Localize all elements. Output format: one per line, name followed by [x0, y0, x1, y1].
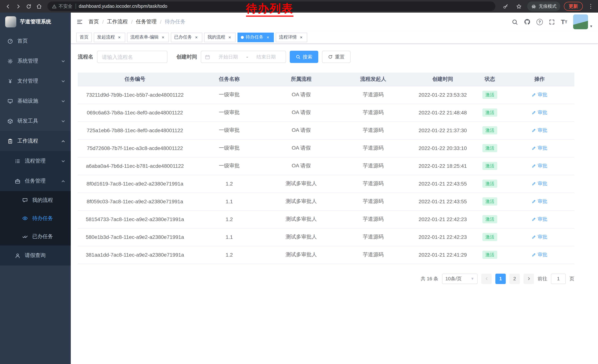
- close-icon[interactable]: ×: [117, 35, 122, 40]
- cell-task-id: a6aba0a4-7b6d-11ec-b781-acde48001122: [78, 157, 192, 175]
- approve-link[interactable]: 审批: [532, 145, 547, 152]
- chevron-down-icon: [61, 159, 66, 163]
- sidebar-item-todo-task[interactable]: 待办任务: [0, 209, 71, 227]
- sidebar-toggle-icon[interactable]: [71, 13, 89, 31]
- user-menu[interactable]: ▼: [573, 15, 593, 29]
- page-button-2[interactable]: 2: [509, 274, 520, 284]
- search-icon[interactable]: [512, 19, 518, 25]
- font-size-icon[interactable]: TT: [561, 19, 567, 25]
- sidebar-item-leave-query[interactable]: 请假查询: [0, 245, 71, 266]
- reset-button[interactable]: 重置: [322, 51, 350, 63]
- breadcrumb-home[interactable]: 首页: [89, 18, 99, 25]
- cell-task-name: 1.2: [192, 210, 266, 228]
- next-page-button[interactable]: [523, 274, 534, 284]
- close-icon[interactable]: ×: [227, 35, 232, 40]
- date-range-picker[interactable]: 开始日期 - 结束日期: [201, 51, 286, 63]
- sidebar-item-task-mgmt[interactable]: 任务管理: [0, 171, 71, 191]
- cell-task-id: 8f059c03-7ac8-11ec-a9e2-a2380e71991a: [78, 193, 192, 210]
- page-button-1[interactable]: 1: [495, 274, 506, 284]
- password-key-icon[interactable]: [500, 1, 510, 11]
- close-icon[interactable]: ×: [265, 35, 270, 40]
- url-text: dashboard.yudao.iocoder.cn/bpm/task/todo: [79, 4, 167, 9]
- github-icon[interactable]: [524, 18, 531, 25]
- prev-page-button[interactable]: [481, 274, 492, 284]
- chevron-down-icon: ▼: [471, 277, 474, 281]
- create-time-label: 创建时间: [176, 54, 197, 60]
- cell-process: OA 请假: [266, 104, 336, 121]
- approve-link[interactable]: 审批: [532, 91, 547, 98]
- date-separator: -: [246, 54, 248, 60]
- sidebar-item-process-mgmt[interactable]: 流程管理: [0, 151, 71, 171]
- security-label: 不安全: [58, 3, 72, 9]
- search-button[interactable]: 搜索: [290, 51, 318, 63]
- cell-process: 测试多审批人: [266, 193, 336, 210]
- tab-todo-task[interactable]: 待办任务 ×: [238, 32, 274, 42]
- tab-form-edit[interactable]: 流程表单-编辑 ×: [127, 32, 169, 42]
- forward-button[interactable]: [13, 1, 23, 11]
- tab-my-process[interactable]: 我的流程 ×: [204, 32, 236, 42]
- task-table: 任务编号 任务名称 所属流程 流程发起人 创建时间 状态 操作 73211d9d…: [78, 73, 574, 264]
- box-icon: [8, 118, 13, 124]
- back-button[interactable]: [3, 1, 13, 11]
- status-badge: 激活: [482, 162, 497, 170]
- sidebar-item-my-process[interactable]: 我的流程: [0, 191, 71, 209]
- goto-page-input[interactable]: [551, 274, 566, 284]
- yen-icon: [8, 78, 13, 84]
- approve-link[interactable]: 审批: [532, 127, 547, 134]
- sidebar-item-devtools[interactable]: 研发工具: [0, 111, 71, 131]
- close-icon[interactable]: ×: [194, 35, 199, 40]
- approve-link[interactable]: 审批: [532, 198, 547, 205]
- bookmark-star-icon[interactable]: [514, 1, 523, 11]
- approve-link[interactable]: 审批: [532, 180, 547, 187]
- cell-task-name: 一级审批: [192, 139, 266, 157]
- page-size-select[interactable]: 10条/页 ▼: [442, 274, 478, 284]
- fullscreen-icon[interactable]: [549, 19, 555, 25]
- home-button[interactable]: [34, 1, 44, 11]
- tab-process-detail[interactable]: 流程详情 ×: [276, 32, 307, 42]
- tab-home[interactable]: 首页: [76, 32, 92, 42]
- list-tree-icon: [15, 158, 20, 164]
- cell-created: 2022-01-22 23:53:32: [411, 86, 475, 104]
- tab-start-process[interactable]: 发起流程 ×: [94, 32, 125, 42]
- breadcrumb-workflow[interactable]: 工作流程: [107, 18, 128, 25]
- process-name-input[interactable]: [97, 51, 167, 63]
- not-secure-warning[interactable]: 不安全: [52, 3, 72, 9]
- browser-menu-icon[interactable]: ⋮: [587, 3, 595, 10]
- reload-button[interactable]: [24, 1, 33, 11]
- edit-icon: [532, 199, 536, 204]
- end-date-placeholder: 结束日期: [250, 54, 282, 60]
- close-icon[interactable]: ×: [160, 35, 166, 40]
- breadcrumb-task-mgmt[interactable]: 任务管理: [136, 18, 157, 25]
- table-row: 8f059c03-7ac8-11ec-a9e2-a2380e71991a 1.1…: [78, 193, 574, 210]
- approve-link[interactable]: 审批: [532, 251, 547, 258]
- sidebar-item-system[interactable]: 系统管理: [0, 51, 71, 71]
- col-created: 创建时间: [411, 73, 475, 86]
- cell-initiator: 芋道源码: [336, 157, 411, 175]
- tab-done-task[interactable]: 已办任务 ×: [171, 32, 202, 42]
- pagination: 共 16 条 10条/页 ▼ 1 2 前往 页: [78, 274, 574, 284]
- cell-initiator: 芋道源码: [336, 210, 411, 228]
- table-row: a6aba0a4-7b6d-11ec-b781-acde48001122 一级审…: [78, 157, 574, 175]
- sidebar-item-payment[interactable]: 支付管理: [0, 71, 71, 91]
- logo-avatar: [5, 16, 16, 27]
- approve-link[interactable]: 审批: [532, 216, 547, 223]
- approve-link[interactable]: 审批: [532, 109, 547, 116]
- cell-task-id: 069c6a63-7b8a-11ec-8ef0-acde48001122: [78, 104, 192, 121]
- edit-icon: [532, 146, 536, 150]
- close-icon[interactable]: ×: [299, 35, 304, 40]
- edit-icon: [532, 128, 536, 133]
- status-badge: 激活: [482, 91, 497, 99]
- browser-update-button[interactable]: 更新: [564, 2, 583, 11]
- cell-created: 2022-01-21 22:43:55: [411, 175, 475, 193]
- sidebar-item-home[interactable]: 首页: [0, 31, 71, 51]
- active-tab-dot: [241, 36, 244, 39]
- sidebar-item-workflow[interactable]: 工作流程: [0, 131, 71, 151]
- cell-task-name: 1.1: [192, 228, 266, 246]
- sidebar-item-infrastructure[interactable]: 基础设施: [0, 91, 71, 111]
- status-badge: 激活: [482, 126, 497, 134]
- incognito-icon: [531, 4, 537, 9]
- help-icon[interactable]: ?: [537, 19, 543, 25]
- approve-link[interactable]: 审批: [532, 162, 547, 169]
- approve-link[interactable]: 审批: [532, 234, 547, 240]
- sidebar-item-done-task[interactable]: 已办任务: [0, 227, 71, 245]
